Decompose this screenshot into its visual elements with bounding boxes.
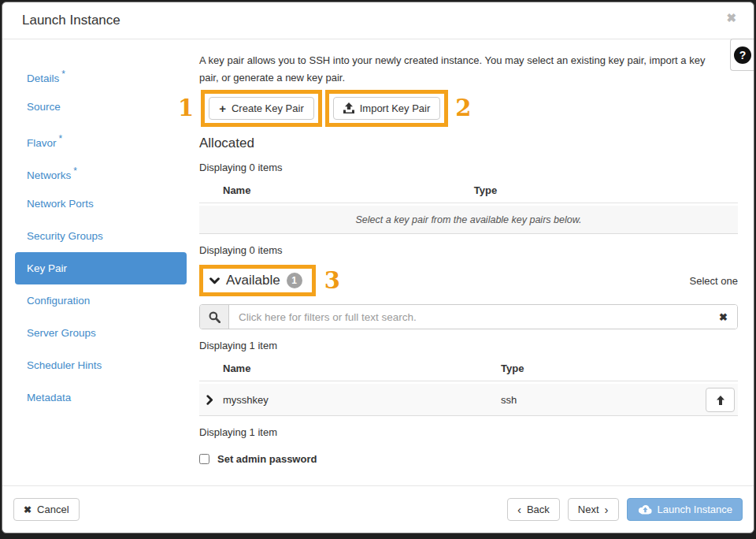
- annotation-number-1: 1: [178, 97, 194, 120]
- allocated-empty-row: Select a key pair from the available key…: [199, 206, 738, 234]
- back-button[interactable]: ‹ Back: [507, 498, 560, 521]
- select-one-hint: Select one: [690, 275, 738, 287]
- arrow-up-icon: [716, 396, 725, 405]
- launch-instance-modal: Launch Instance ✖ ? Details* Source Flav…: [2, 2, 754, 533]
- next-label: Next: [578, 504, 599, 515]
- wizard-steps-sidebar: Details* Source Flavor* Networks* Networ…: [2, 39, 199, 485]
- cloud-upload-icon: [637, 504, 652, 515]
- key-pair-name-cell: mysshkey: [223, 394, 269, 406]
- sidebar-item-label: Security Groups: [27, 230, 103, 242]
- sidebar-item-label: Networks: [27, 169, 71, 181]
- chevron-right-icon[interactable]: [206, 395, 213, 407]
- sidebar-item-label: Server Groups: [27, 327, 96, 339]
- available-heading: Available: [226, 273, 280, 288]
- import-key-pair-button[interactable]: Import Key Pair: [333, 97, 441, 120]
- column-header-type: Type: [474, 184, 497, 196]
- sidebar-item-network-ports[interactable]: Network Ports: [15, 188, 187, 220]
- sidebar-item-label: Network Ports: [27, 198, 94, 210]
- allocated-empty-message: Select a key pair from the available key…: [356, 214, 582, 225]
- search-icon[interactable]: [200, 305, 229, 329]
- import-key-pair-label: Import Key Pair: [360, 102, 431, 114]
- table-row-mysshkey: mysshkey ssh: [199, 384, 738, 416]
- sidebar-item-details[interactable]: Details*: [15, 58, 187, 91]
- column-header-name: Name: [223, 362, 250, 374]
- available-section-header: Available 1 3 Select one: [199, 265, 738, 296]
- available-count-bottom: Displaying 1 item: [199, 426, 738, 438]
- help-button[interactable]: ?: [730, 39, 754, 71]
- sidebar-item-networks[interactable]: Networks*: [15, 155, 187, 188]
- launch-instance-button[interactable]: Launch Instance: [627, 498, 743, 521]
- key-pair-actions-row: 1 + Create Key Pair Import Key Pair: [178, 91, 738, 125]
- sidebar-item-flavor[interactable]: Flavor*: [15, 123, 187, 155]
- allocate-key-pair-button[interactable]: [706, 388, 735, 412]
- allocated-count-top: Displaying 0 items: [199, 162, 738, 173]
- sidebar-item-key-pair[interactable]: Key Pair: [15, 252, 187, 284]
- highlight-box-import: Import Key Pair: [325, 90, 449, 127]
- sidebar-item-scheduler-hints[interactable]: Scheduler Hints: [15, 349, 187, 381]
- sidebar-item-server-groups[interactable]: Server Groups: [15, 317, 187, 349]
- column-header-name: Name: [223, 184, 250, 196]
- cancel-button[interactable]: ✖ Cancel: [13, 498, 80, 521]
- available-table: Name Type mysshkey ssh: [199, 360, 738, 416]
- chevron-right-icon: ›: [605, 504, 609, 515]
- create-key-pair-label: Create Key Pair: [232, 102, 304, 114]
- sidebar-item-label: Key Pair: [27, 262, 67, 274]
- highlight-box-create: + Create Key Pair: [201, 90, 322, 127]
- chevron-left-icon: ‹: [517, 504, 521, 515]
- column-header-type: Type: [501, 362, 524, 374]
- sidebar-item-label: Scheduler Hints: [27, 359, 102, 371]
- set-admin-password-row: Set admin password: [199, 453, 738, 465]
- set-admin-password-checkbox[interactable]: [199, 454, 209, 464]
- allocated-table: Name Type Select a key pair from the ava…: [199, 182, 738, 234]
- available-table-header: Name Type: [199, 360, 738, 381]
- available-count-top: Displaying 1 item: [199, 340, 738, 351]
- wizard-nav-buttons: ‹ Back Next › Launch Instance: [507, 498, 743, 521]
- sidebar-item-label: Configuration: [27, 295, 90, 307]
- back-label: Back: [527, 504, 550, 515]
- required-asterisk: *: [73, 165, 77, 177]
- cancel-label: Cancel: [37, 504, 69, 515]
- help-text: A key pair allows you to SSH into your n…: [199, 52, 723, 87]
- allocated-heading: Allocated: [199, 136, 738, 151]
- question-icon: ?: [734, 46, 751, 64]
- key-pair-step-content: A key pair allows you to SSH into your n…: [199, 39, 754, 485]
- sidebar-item-configuration[interactable]: Configuration: [15, 284, 187, 317]
- sidebar-item-source[interactable]: Source: [15, 91, 187, 123]
- next-button[interactable]: Next ›: [568, 498, 619, 521]
- close-icon[interactable]: ✖: [726, 11, 736, 25]
- required-asterisk: *: [59, 133, 63, 144]
- annotation-number-3: 3: [324, 270, 340, 292]
- modal-header: Launch Instance ✖: [2, 2, 754, 39]
- sidebar-item-label: Flavor: [27, 137, 57, 149]
- chevron-down-icon[interactable]: [209, 277, 220, 284]
- required-asterisk: *: [61, 69, 65, 80]
- allocated-count-bottom: Displaying 0 items: [199, 244, 738, 256]
- modal-footer: ✖ Cancel ‹ Back Next › Launch Instance: [2, 485, 754, 533]
- plus-icon: +: [219, 102, 226, 114]
- filter-search-bar: ✖: [199, 304, 738, 329]
- key-pair-type-cell: ssh: [501, 394, 517, 406]
- sidebar-item-label: Source: [27, 101, 61, 113]
- sidebar-item-security-groups[interactable]: Security Groups: [15, 220, 187, 252]
- available-count-badge: 1: [287, 273, 302, 288]
- launch-instance-label: Launch Instance: [658, 504, 732, 515]
- annotation-number-2: 2: [455, 97, 471, 120]
- clear-search-icon[interactable]: ✖: [719, 311, 728, 323]
- modal-title: Launch Instance: [22, 13, 120, 28]
- sidebar-item-label: Metadata: [27, 392, 71, 403]
- search-input[interactable]: [229, 305, 737, 329]
- cancel-x-icon: ✖: [24, 504, 32, 515]
- create-key-pair-button[interactable]: + Create Key Pair: [209, 97, 314, 120]
- sidebar-item-metadata[interactable]: Metadata: [15, 381, 187, 414]
- sidebar-item-label: Details: [27, 72, 59, 84]
- upload-icon: [343, 102, 354, 113]
- highlight-box-available: Available 1: [199, 265, 316, 296]
- modal-body: Details* Source Flavor* Networks* Networ…: [2, 39, 754, 485]
- set-admin-password-label: Set admin password: [217, 453, 317, 465]
- allocated-table-header: Name Type: [199, 182, 738, 203]
